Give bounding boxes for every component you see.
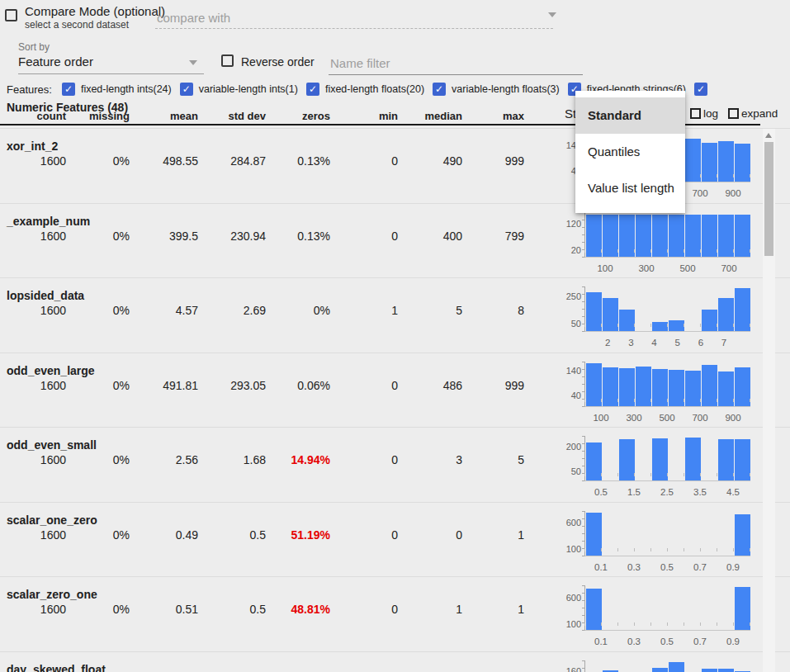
x-tick-mark xyxy=(733,622,734,626)
y-tick-mark xyxy=(582,451,584,452)
x-tick-mark xyxy=(601,473,602,476)
histogram-bar xyxy=(669,215,684,257)
feature-type-filter-0: ✓fixed-length ints(24) xyxy=(62,83,172,96)
y-tick-mark xyxy=(582,630,584,631)
reverse-order-checkbox[interactable] xyxy=(221,54,234,67)
x-tick-mark xyxy=(684,548,684,551)
histogram-bar xyxy=(652,369,668,406)
x-tick-label: 300 xyxy=(616,413,652,423)
x-tick-mark xyxy=(584,473,585,476)
histogram-bar xyxy=(735,514,750,556)
y-tick-mark xyxy=(582,541,584,542)
histogram-bar xyxy=(619,439,635,480)
x-tick-mark xyxy=(584,622,585,626)
feature-name: lopsided_data xyxy=(7,289,84,302)
x-tick-mark xyxy=(684,249,684,253)
compare-dropdown-arrow-icon[interactable] xyxy=(548,12,556,17)
histogram-bar xyxy=(702,669,717,672)
feature-histogram: 14040100300500700900 xyxy=(550,353,764,428)
feature-type-checkbox[interactable]: ✓ xyxy=(306,83,319,96)
expand-checkbox-icon xyxy=(728,108,739,119)
y-tick-label: 600 xyxy=(550,518,581,528)
y-tick-mark xyxy=(582,615,584,616)
y-tick-mark xyxy=(582,294,584,295)
feature-type-checkbox[interactable]: ✓ xyxy=(694,83,707,96)
name-filter-input[interactable] xyxy=(329,51,583,75)
y-tick-label: 140 xyxy=(550,366,581,376)
histogram-bar xyxy=(669,662,684,672)
x-tick-mark xyxy=(634,473,635,476)
chart-menu-item-value-list-length[interactable]: Value list length xyxy=(575,170,685,206)
feature-name: scalar_one_zero xyxy=(7,513,97,527)
histogram-bar xyxy=(718,298,734,331)
sort-by-select[interactable]: Feature order xyxy=(18,52,204,74)
feature-row: scalar_one_zero 16000%0.490.551.19%00160… xyxy=(0,502,790,577)
y-tick-mark xyxy=(582,331,584,332)
y-tick-mark xyxy=(582,391,584,392)
chart-menu-item-quantiles[interactable]: Quantiles xyxy=(575,134,685,170)
y-tick-mark xyxy=(582,406,584,407)
x-tick-label: 100 xyxy=(587,263,623,273)
column-header-max[interactable]: max xyxy=(0,110,524,122)
feature-row: odd_even_large 16000%491.81293.050.06%04… xyxy=(0,353,790,428)
y-tick-mark xyxy=(582,227,584,228)
x-tick-mark xyxy=(750,324,750,327)
x-tick-mark xyxy=(634,548,635,551)
compare-with-input[interactable] xyxy=(155,7,553,29)
chart-menu-item-standard[interactable]: Standard xyxy=(575,97,685,134)
histogram-bar xyxy=(702,143,717,182)
feature-histogram: 6001000.10.30.50.70.9 xyxy=(550,503,764,577)
y-tick-label: 100 xyxy=(550,619,581,629)
y-tick-label: 600 xyxy=(550,593,581,603)
expand-toggle[interactable]: expand xyxy=(728,107,778,120)
y-tick-label: 250 xyxy=(550,291,581,301)
y-tick-label: 50 xyxy=(550,466,581,476)
feature-type-checkbox[interactable]: ✓ xyxy=(180,83,193,96)
y-tick-mark xyxy=(582,384,584,385)
histogram-bar xyxy=(685,438,701,480)
x-tick-label: 0.3 xyxy=(616,637,652,646)
compare-mode-checkbox[interactable] xyxy=(5,9,17,21)
x-tick-mark xyxy=(733,324,734,327)
histogram-bar xyxy=(735,215,750,257)
feature-type-filter-3: ✓variable-length floats(3) xyxy=(433,83,560,96)
log-toggle[interactable]: log xyxy=(690,107,718,120)
scrollbar-up-arrow-icon[interactable] xyxy=(765,133,772,138)
histogram-bar xyxy=(735,439,750,480)
histogram-bar xyxy=(685,215,701,257)
y-tick-label: 20 xyxy=(550,245,581,255)
x-tick-mark xyxy=(601,622,602,626)
y-tick-label: 120 xyxy=(550,219,581,229)
feature-type-checkbox[interactable]: ✓ xyxy=(62,83,75,96)
y-tick-mark xyxy=(582,668,584,669)
x-tick-mark xyxy=(717,324,717,327)
x-tick-mark xyxy=(750,174,750,177)
x-tick-mark xyxy=(650,622,651,626)
feature-histogram: 12020100300500700 xyxy=(550,204,764,278)
x-tick-mark xyxy=(733,399,734,402)
x-tick-label: 500 xyxy=(649,413,685,423)
x-tick-label: 300 xyxy=(628,263,665,273)
histogram-bar xyxy=(735,367,750,406)
x-tick-mark xyxy=(650,249,651,253)
vertical-scrollbar[interactable] xyxy=(763,129,775,672)
x-tick-mark xyxy=(750,548,750,551)
y-tick-mark xyxy=(582,436,584,437)
x-tick-mark xyxy=(584,548,585,551)
x-tick-mark xyxy=(650,324,651,327)
x-tick-mark xyxy=(667,622,668,626)
scrollbar-thumb[interactable] xyxy=(764,142,773,256)
x-tick-mark xyxy=(667,249,668,253)
x-tick-mark xyxy=(750,399,750,402)
feature-histogram: 6001000.10.30.50.70.9 xyxy=(550,577,764,651)
y-tick-mark xyxy=(582,316,584,317)
feature-histogram: 25050234567 xyxy=(550,278,764,353)
x-tick-mark xyxy=(700,249,701,253)
y-tick-mark xyxy=(582,585,584,586)
stat-max: 8 xyxy=(0,304,524,317)
histogram-bar xyxy=(636,215,651,257)
x-tick-mark xyxy=(584,399,585,402)
x-tick-mark xyxy=(717,548,717,551)
x-tick-mark xyxy=(700,548,701,551)
feature-type-checkbox[interactable]: ✓ xyxy=(433,83,446,96)
